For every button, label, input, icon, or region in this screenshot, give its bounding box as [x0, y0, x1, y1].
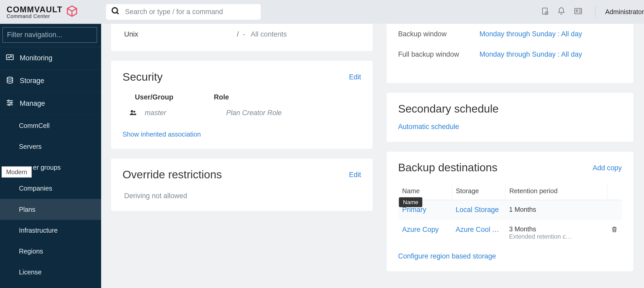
col-role: Role: [214, 93, 229, 101]
sidebar-item-label: License: [19, 269, 42, 276]
col-user-group: User/Group: [123, 93, 214, 101]
sidebar-item-manage[interactable]: Manage: [0, 92, 101, 115]
full-backup-window-value[interactable]: Monday through Sunday : All day: [479, 51, 582, 59]
sliders-icon: [6, 98, 14, 109]
sidebar-sub-plans[interactable]: Plans: [0, 199, 101, 220]
sidebar-sub-servers[interactable]: Servers: [0, 136, 101, 157]
clipboard-icon[interactable]: [541, 7, 549, 17]
sidebar-item-label: Plans: [19, 206, 35, 213]
sidebar-item-label: CommCell: [19, 122, 50, 129]
automatic-schedule-link[interactable]: Automatic schedule: [398, 123, 622, 131]
storage-icon: [6, 76, 14, 86]
sidebar-sub-license[interactable]: License: [0, 262, 101, 283]
dest-storage-link[interactable]: Local Storage: [456, 206, 499, 214]
value-prefix: -: [243, 30, 245, 38]
sidebar-sub-infrastructure[interactable]: Infrastructure: [0, 220, 101, 241]
divider: [595, 6, 595, 18]
col-retention[interactable]: Retention period: [505, 183, 607, 200]
card-title: Backup destinations: [398, 162, 497, 174]
backup-window-value[interactable]: Monday through Sunday : All day: [479, 30, 582, 38]
rpo-card: Backup window Monday through Sunday : Al…: [387, 24, 633, 83]
brand-logo: COMMVAULT Command Center: [3, 5, 100, 19]
sidebar-item-label: Companies: [19, 185, 52, 192]
secondary-schedule-card: Secondary schedule Automatic schedule: [387, 93, 633, 142]
override-card: Override restrictions Edit Deriving not …: [111, 159, 373, 211]
sidebar-sub-commcell[interactable]: CommCell: [0, 115, 101, 136]
bell-icon[interactable]: [557, 7, 565, 17]
sidebar-item-label: er groups: [33, 164, 61, 171]
sidebar: Filter navigation... Monitoring Storage …: [0, 24, 101, 288]
dest-name-link[interactable]: Azure Copy: [402, 226, 439, 233]
sidebar-item-label: Infrastructure: [19, 227, 57, 234]
filter-placeholder: Filter navigation...: [7, 31, 62, 39]
user-menu[interactable]: Administrator: [605, 8, 644, 15]
show-inherited-link[interactable]: Show inherited association: [123, 131, 361, 138]
svg-point-17: [131, 110, 133, 113]
dest-retention: 1 Months: [509, 206, 536, 213]
dest-storage-link[interactable]: Azure Cool T…: [456, 226, 501, 234]
card-title: Override restrictions: [123, 168, 222, 181]
brand-sub: Command Center: [7, 13, 62, 19]
separator: /: [237, 30, 239, 38]
content-card: Unix / - All contents: [111, 24, 373, 51]
brand-word: COMMVAULT: [7, 5, 62, 14]
monitor-icon: [6, 53, 14, 63]
backup-window-label: Backup window: [398, 30, 480, 38]
search-box[interactable]: [106, 4, 261, 20]
override-body: Deriving not allowed: [123, 192, 361, 200]
main-content: Unix / - All contents Security Edit User…: [101, 24, 644, 288]
trash-icon[interactable]: [611, 227, 618, 234]
card-title: Security: [123, 71, 163, 84]
sidebar-sub-companies[interactable]: Companies: [0, 178, 101, 199]
search-icon: [111, 7, 120, 17]
sidebar-sub-regions[interactable]: Regions: [0, 241, 101, 262]
sidebar-item-monitoring[interactable]: Monitoring: [0, 47, 101, 70]
modern-chip[interactable]: Modern: [2, 166, 32, 177]
dest-retention: 3 Months: [509, 226, 603, 233]
name-tooltip: Name: [399, 197, 422, 207]
svg-point-0: [112, 8, 117, 13]
col-name[interactable]: Name Name: [398, 183, 452, 200]
content-value: All contents: [251, 30, 287, 38]
svg-point-16: [9, 104, 10, 105]
svg-point-10: [7, 77, 13, 79]
security-card: Security Edit User/Group Role master: [111, 61, 373, 149]
role-value: Plan Creator Role: [214, 109, 282, 118]
col-storage[interactable]: Storage: [451, 183, 505, 200]
id-card-icon[interactable]: [573, 7, 583, 17]
sidebar-item-label: Monitoring: [20, 54, 53, 62]
sidebar-item-label: Regions: [19, 248, 43, 255]
user-value: master: [135, 109, 214, 118]
backup-destinations-card: Backup destinations Add copy Name Name S…: [387, 152, 633, 271]
svg-point-12: [8, 100, 9, 101]
os-label: Unix: [124, 30, 237, 38]
sidebar-item-label: Manage: [20, 99, 45, 108]
svg-point-14: [10, 102, 12, 103]
cube-icon: [66, 5, 78, 19]
svg-point-5: [576, 10, 577, 11]
table-row[interactable]: Primary Local Storage 1 Months: [398, 200, 622, 220]
edit-override-link[interactable]: Edit: [349, 171, 361, 179]
card-title: Secondary schedule: [398, 103, 622, 116]
table-row[interactable]: Azure Copy Azure Cool T… 3 Months Extend…: [398, 220, 622, 246]
filter-nav-input[interactable]: Filter navigation...: [2, 27, 97, 43]
search-input[interactable]: [125, 8, 256, 16]
edit-security-link[interactable]: Edit: [349, 73, 361, 81]
sidebar-item-label: Storage: [20, 77, 44, 85]
topbar: COMMVAULT Command Center: [0, 0, 644, 24]
full-backup-window-label: Full backup window: [398, 51, 480, 59]
add-copy-link[interactable]: Add copy: [593, 164, 622, 172]
configure-region-link[interactable]: Configure region based storage: [398, 252, 622, 260]
sidebar-item-label: Servers: [19, 143, 42, 150]
svg-line-1: [117, 12, 119, 14]
dest-retention-sub: Extended retention co…: [509, 233, 574, 240]
sidebar-item-storage[interactable]: Storage: [0, 70, 101, 93]
destinations-table: Name Name Storage Retention period: [398, 183, 622, 246]
